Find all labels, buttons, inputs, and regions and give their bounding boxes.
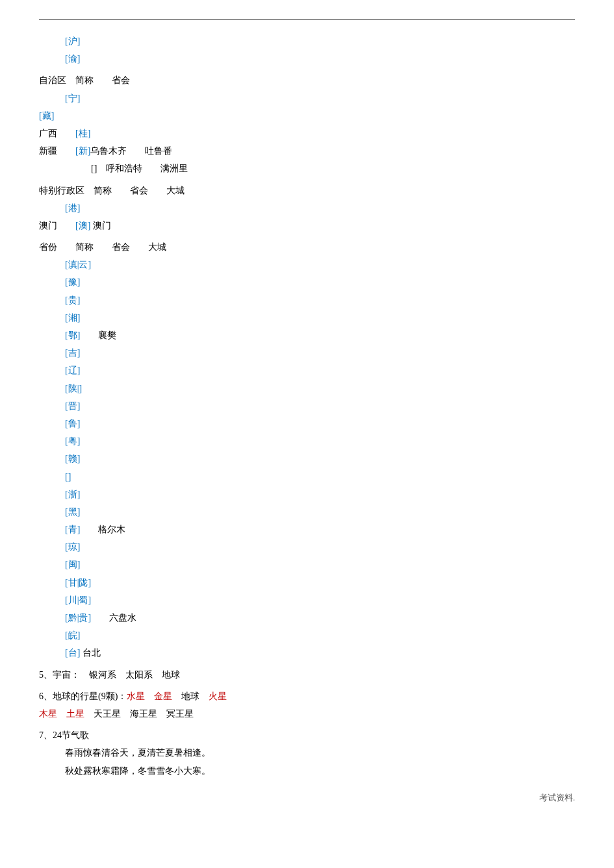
shan-line: [陕|] [39,380,575,397]
yue-line: [粤] [39,433,575,449]
zang-line: [藏] [39,108,575,124]
provinces-section: 省份 简称 省会 大城 [滇|云] [豫] [贵] [湘] [鄂] 襄樊 [吉]… [39,239,575,662]
solar-terms-header: 7、24节气歌 [39,727,575,743]
chuan-line: [川|蜀] [39,592,575,608]
universe-section: 5、宇宙： 银河系 太阳系 地球 [39,667,575,683]
min-line: [闽] [39,556,575,573]
special-region-header: 特别行政区 简称 省会 大城 [39,182,575,199]
planets-section: 6、地球的行星(9颗)：水星 金星 地球 火星 木星 土星 天王星 海王星 冥王… [39,688,575,722]
aomen-line: 澳门 [澳] 澳门 [39,217,575,234]
universe-line: 5、宇宙： 银河系 太阳系 地球 [39,667,575,683]
yu-line: [渝] [39,51,575,67]
hu-line: [沪] [39,33,575,49]
neimenggu-line: [] 呼和浩特 满洲里 [39,160,575,177]
solar-terms-line2: 秋处露秋寒霜降，冬雪雪冬小大寒。 [39,763,575,779]
dian-line: [滇|云] [39,256,575,273]
yu2-line: [豫] [39,274,575,290]
autonomous-region-section: 自治区 简称 省会 [宁] [藏] 广西 [桂] 新疆 [新]乌鲁木齐 吐鲁番 … [39,72,575,177]
ji-line: [吉] [39,345,575,361]
solar-terms-section: 7、24节气歌 春雨惊春清谷天，夏清芒夏暑相逢。 秋处露秋寒霜降，冬雪雪冬小大寒… [39,727,575,779]
guangxi-line: 广西 [桂] [39,125,575,142]
hei-line: [黑] [39,504,575,520]
hu-bracket: [沪] [65,36,80,46]
xinjiang-line: 新疆 [新]乌鲁木齐 吐鲁番 [39,143,575,159]
ning-line: [宁] [39,90,575,106]
qing-line: [青] 格尔木 [39,521,575,538]
autonomous-region-header: 自治区 简称 省会 [39,72,575,88]
yu-bracket: [渝] [65,54,80,64]
top-border [39,19,575,20]
gan2-line: [甘|陇] [39,575,575,591]
jin-line: [晋] [39,398,575,414]
qian-line: [黔|贵] 六盘水 [39,610,575,626]
e-line: [鄂] 襄樊 [39,327,575,343]
solar-terms-line1: 春雨惊春清谷天，夏清芒夏暑相逢。 [39,745,575,761]
planets-line2: 木星 土星 天王星 海王星 冥王星 [39,706,575,722]
qiong-line: [琼] [39,539,575,555]
provinces-header: 省份 简称 省会 大城 [39,239,575,255]
lu-line: [鲁] [39,415,575,432]
page-container: [沪] [渝] 自治区 简称 省会 [宁] [藏] 广西 [桂] 新疆 [新]乌… [0,0,614,823]
zhe-line: [浙] [39,486,575,502]
planets-line1: 6、地球的行星(9颗)：水星 金星 地球 火星 [39,688,575,704]
hu-section: [沪] [渝] [39,33,575,67]
gan-line: [赣] [39,451,575,467]
xiang-line: [湘] [39,310,575,326]
wan-line: [皖] [39,627,575,643]
gang-line: [港] [39,200,575,216]
footer-text: 考试资料. [539,792,575,804]
blank-line: [] [39,469,575,485]
gui-line: [贵] [39,292,575,308]
special-region-section: 特别行政区 简称 省会 大城 [港] 澳门 [澳] 澳门 [39,182,575,234]
tai-line: [台] 台北 [39,645,575,661]
liao-line: [辽] [39,362,575,378]
